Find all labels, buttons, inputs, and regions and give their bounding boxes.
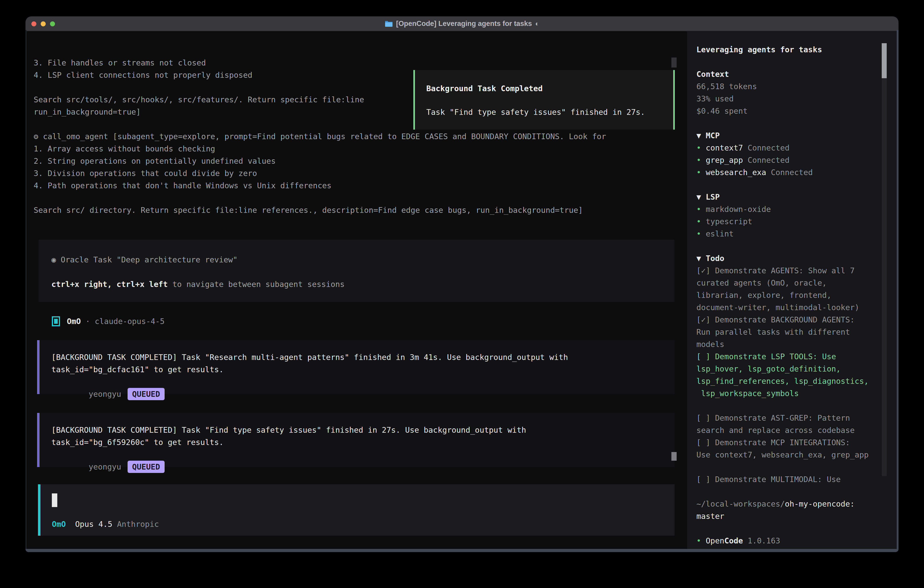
text-segment: context7: [706, 143, 743, 152]
gear-icon: ⚙: [34, 132, 43, 141]
text-segment: Code: [724, 536, 743, 545]
sidebar-line: [696, 400, 897, 412]
text-segment: typescript: [706, 217, 752, 226]
background-task-message: [BACKGROUND TASK COMPLETED] Task "Resear…: [37, 340, 675, 394]
task-author-row: yeongyuQUEUED: [51, 376, 675, 388]
text-segment: search and replace across codebase: [696, 426, 855, 435]
main-scrollbar-marker[interactable]: [672, 452, 676, 461]
task-author: yeongyu: [89, 390, 121, 399]
oracle-subagent-block: ◉ Oracle Task "Deep architecture review"…: [39, 239, 674, 302]
text-segment: run_in_background=true]: [34, 107, 141, 116]
status-badge: QUEUED: [127, 461, 165, 473]
text-segment: lsp_find_references, lsp_diagnostics,: [696, 377, 868, 386]
sidebar-todo-line: document-writer, multimodal-looker): [696, 301, 897, 314]
text-segment: ~/local-workspaces/: [696, 499, 785, 509]
sidebar-todo-line: models: [696, 338, 897, 350]
sidebar-scrollbar-track[interactable]: [882, 43, 887, 476]
collapse-triangle-icon: ▼: [696, 131, 706, 140]
window-left-edge: [25, 30, 26, 552]
main-scrollbar-thumb[interactable]: [672, 58, 676, 68]
bullet-dot-icon: •: [696, 205, 706, 214]
checkbox-checked-icon: [✓]: [696, 266, 715, 275]
sidebar-mcp-item: • grep_app Connected: [696, 154, 897, 166]
text-segment: Demonstrate MCP INTEGRATIONS:: [715, 438, 850, 447]
text-segment: librarian, explore, frontend,: [696, 291, 832, 300]
window-title-text: [OpenCode] Leveraging agents for tasks: [396, 20, 532, 28]
oracle-line: ctrl+x right, ctrl+x left to navigate be…: [51, 278, 674, 291]
text-segment: LSP: [706, 192, 719, 202]
sidebar-session-title: Leveraging agents for tasks: [696, 43, 897, 56]
sidebar-todo-line: [ ] Demonstrate AST-GREP: Pattern: [696, 412, 897, 424]
text-segment: lsp_workspace_symbols: [696, 389, 799, 398]
app-window: [OpenCode] Leveraging agents for tasks ◐…: [25, 17, 899, 552]
task-author: yeongyu: [89, 462, 121, 471]
titlebar: [OpenCode] Leveraging agents for tasks ◐: [25, 17, 899, 31]
sidebar-lsp-item: • typescript: [696, 215, 897, 228]
close-window-button[interactable]: [31, 21, 36, 26]
text-segment: Context: [696, 69, 729, 79]
sidebar-line: [696, 117, 897, 129]
text-segment: Todo: [706, 254, 724, 263]
sidebar-lsp-item: • markdown-oxide: [696, 203, 897, 215]
text-segment: [BACKGROUND TASK COMPLETED] Task "Resear…: [51, 353, 568, 362]
text-segment: oh-my-opencode:: [785, 499, 855, 509]
transcript-line: [34, 192, 676, 204]
text-segment: OmO: [52, 520, 66, 529]
sidebar-todo-line: [✓] Demonstrate BACKGROUND AGENTS:: [696, 314, 897, 326]
sidebar-section-lsp[interactable]: ▼ LSP: [696, 191, 897, 203]
text-segment: ·: [81, 317, 94, 326]
text-segment: $0.46 spent: [696, 106, 747, 116]
sidebar-todo-line: [ ] Demonstrate LSP TOOLS: Use: [696, 350, 897, 363]
sidebar-section-mcp[interactable]: ▼ MCP: [696, 129, 897, 142]
traffic-lights: [31, 17, 55, 31]
text-segment: task_id="bg_dcfac161" to get results.: [51, 365, 223, 374]
sidebar-lsp-item: • eslint: [696, 228, 897, 240]
sidebar-line: [696, 56, 897, 68]
transcript-line: 4. Path operations that don't handle Win…: [34, 179, 676, 192]
sidebar-todo-line: lsp_hover, lsp_goto_definition,: [696, 363, 897, 375]
text-segment: Demonstrate LSP TOOLS: Use: [715, 352, 836, 361]
session-sidebar: Leveraging agents for tasks Context66,51…: [687, 31, 897, 549]
task-author-row: yeongyuQUEUED: [51, 448, 675, 461]
sidebar-git-branch: master: [696, 510, 897, 522]
task-line: task_id="bg_dcfac161" to get results.: [51, 363, 675, 376]
text-segment: Connected: [743, 143, 790, 152]
text-segment: 4. Path operations that don't handle Win…: [34, 181, 332, 190]
sidebar-todo-line: [ ] Demonstrate MCP INTEGRATIONS:: [696, 436, 897, 449]
task-line: task_id="bg_6f59260c" to get results.: [51, 436, 675, 448]
text-segment: Demonstrate BACKGROUND AGENTS:: [715, 315, 855, 324]
text-segment: 2. String operations on potentially unde…: [34, 157, 276, 165]
sidebar-todo-line: lsp_find_references, lsp_diagnostics,: [696, 375, 897, 387]
sidebar-section-todo[interactable]: ▼ Todo: [696, 252, 897, 264]
bullet-dot-icon: •: [696, 155, 706, 165]
sidebar-todo-line: search and replace across codebase: [696, 424, 897, 436]
sidebar-context-row: 66,518 tokens: [696, 80, 897, 92]
sidebar-mcp-item: • context7 Connected: [696, 142, 897, 154]
zoom-window-button[interactable]: [50, 21, 55, 26]
agent-session-header[interactable]: OmO · claude-opus-4-5: [52, 315, 165, 327]
sidebar-todo-line: lsp_workspace_symbols: [696, 387, 897, 400]
text-segment: eslint: [706, 229, 734, 238]
sidebar-scrollbar-thumb[interactable]: [882, 43, 887, 78]
sidebar-line: [696, 178, 897, 191]
oracle-line: ◉ Oracle Task "Deep architecture review": [51, 254, 674, 266]
checkbox-unchecked-icon: [ ]: [696, 475, 715, 484]
task-line: [BACKGROUND TASK COMPLETED] Task "Find t…: [51, 424, 675, 436]
minimize-window-button[interactable]: [41, 21, 46, 26]
sidebar-todo-line: Run parallel tasks with different: [696, 326, 897, 338]
text-segment: ctrl+x right, ctrl+x left: [51, 280, 168, 289]
background-task-toast[interactable]: Background Task Completed Task "Find typ…: [413, 70, 675, 130]
text-segment: [66, 520, 75, 529]
prompt-input[interactable]: OmO Opus 4.5 Anthropic: [38, 484, 675, 536]
half-moon-icon: ◐: [535, 20, 539, 28]
agent-omo-icon: [52, 316, 60, 326]
agent-session-label: OmO · claude-opus-4-5: [67, 315, 165, 327]
text-segment: Opus 4.5: [75, 520, 112, 529]
text-segment: websearch_exa: [706, 168, 766, 177]
text-segment: MCP: [706, 131, 719, 140]
model-selector-row[interactable]: OmO Opus 4.5 Anthropic: [52, 518, 159, 530]
sidebar-todo-line: [ ] Demonstrate MULTIMODAL: Use: [696, 473, 897, 486]
bullet-dot-icon: •: [696, 143, 706, 152]
text-segment: Demonstrate AGENTS: Show all 7: [715, 266, 855, 275]
checkbox-unchecked-icon: [ ]: [696, 438, 715, 447]
